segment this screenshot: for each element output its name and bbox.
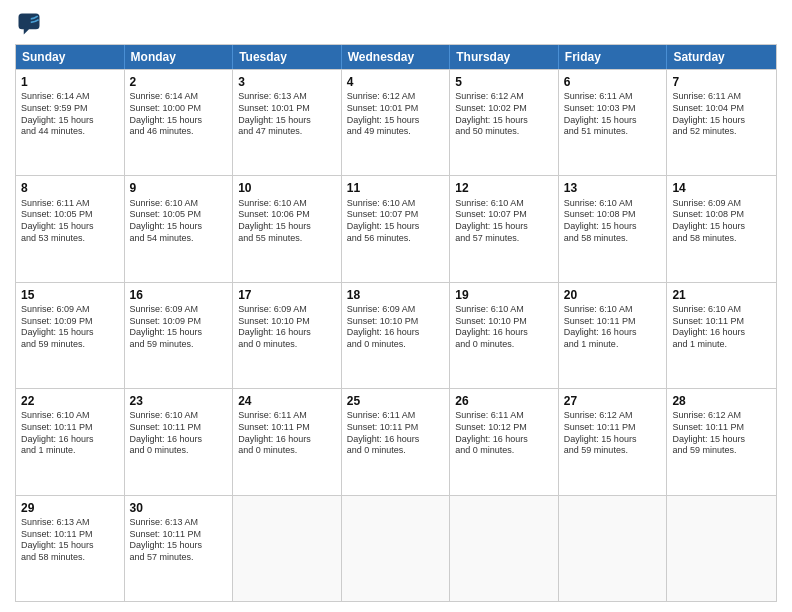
day-number: 17 — [238, 287, 336, 303]
day-number: 25 — [347, 393, 445, 409]
day-info: Sunrise: 6:10 AM Sunset: 10:11 PM Daylig… — [564, 304, 662, 351]
day-number: 18 — [347, 287, 445, 303]
day-number: 23 — [130, 393, 228, 409]
calendar-cell: 1Sunrise: 6:14 AM Sunset: 9:59 PM Daylig… — [16, 70, 125, 175]
calendar-cell: 3Sunrise: 6:13 AM Sunset: 10:01 PM Dayli… — [233, 70, 342, 175]
calendar-cell: 14Sunrise: 6:09 AM Sunset: 10:08 PM Dayl… — [667, 176, 776, 281]
day-info: Sunrise: 6:12 AM Sunset: 10:11 PM Daylig… — [672, 410, 771, 457]
calendar-cell: 30Sunrise: 6:13 AM Sunset: 10:11 PM Dayl… — [125, 496, 234, 601]
calendar-header: SundayMondayTuesdayWednesdayThursdayFrid… — [16, 45, 776, 69]
day-number: 19 — [455, 287, 553, 303]
calendar-cell: 5Sunrise: 6:12 AM Sunset: 10:02 PM Dayli… — [450, 70, 559, 175]
day-number: 28 — [672, 393, 771, 409]
day-number: 13 — [564, 180, 662, 196]
day-number: 16 — [130, 287, 228, 303]
calendar-body: 1Sunrise: 6:14 AM Sunset: 9:59 PM Daylig… — [16, 69, 776, 601]
day-number: 11 — [347, 180, 445, 196]
day-info: Sunrise: 6:09 AM Sunset: 10:09 PM Daylig… — [130, 304, 228, 351]
logo-icon — [15, 10, 43, 38]
day-info: Sunrise: 6:10 AM Sunset: 10:05 PM Daylig… — [130, 198, 228, 245]
calendar-cell: 7Sunrise: 6:11 AM Sunset: 10:04 PM Dayli… — [667, 70, 776, 175]
page: SundayMondayTuesdayWednesdayThursdayFrid… — [0, 0, 792, 612]
day-info: Sunrise: 6:10 AM Sunset: 10:07 PM Daylig… — [455, 198, 553, 245]
header-cell-tuesday: Tuesday — [233, 45, 342, 69]
day-info: Sunrise: 6:10 AM Sunset: 10:10 PM Daylig… — [455, 304, 553, 351]
header-cell-thursday: Thursday — [450, 45, 559, 69]
calendar-cell: 10Sunrise: 6:10 AM Sunset: 10:06 PM Dayl… — [233, 176, 342, 281]
calendar-cell: 24Sunrise: 6:11 AM Sunset: 10:11 PM Dayl… — [233, 389, 342, 494]
day-number: 15 — [21, 287, 119, 303]
day-number: 9 — [130, 180, 228, 196]
day-number: 22 — [21, 393, 119, 409]
day-number: 20 — [564, 287, 662, 303]
day-info: Sunrise: 6:11 AM Sunset: 10:11 PM Daylig… — [238, 410, 336, 457]
day-number: 10 — [238, 180, 336, 196]
calendar-cell: 16Sunrise: 6:09 AM Sunset: 10:09 PM Dayl… — [125, 283, 234, 388]
day-info: Sunrise: 6:10 AM Sunset: 10:11 PM Daylig… — [672, 304, 771, 351]
calendar-cell: 19Sunrise: 6:10 AM Sunset: 10:10 PM Dayl… — [450, 283, 559, 388]
day-number: 1 — [21, 74, 119, 90]
calendar-cell: 12Sunrise: 6:10 AM Sunset: 10:07 PM Dayl… — [450, 176, 559, 281]
day-number: 5 — [455, 74, 553, 90]
day-info: Sunrise: 6:10 AM Sunset: 10:06 PM Daylig… — [238, 198, 336, 245]
calendar-cell: 11Sunrise: 6:10 AM Sunset: 10:07 PM Dayl… — [342, 176, 451, 281]
day-info: Sunrise: 6:11 AM Sunset: 10:03 PM Daylig… — [564, 91, 662, 138]
calendar-cell: 15Sunrise: 6:09 AM Sunset: 10:09 PM Dayl… — [16, 283, 125, 388]
calendar-cell: 22Sunrise: 6:10 AM Sunset: 10:11 PM Dayl… — [16, 389, 125, 494]
logo — [15, 10, 47, 38]
calendar-cell — [667, 496, 776, 601]
header-cell-saturday: Saturday — [667, 45, 776, 69]
day-number: 2 — [130, 74, 228, 90]
calendar-cell — [450, 496, 559, 601]
day-number: 7 — [672, 74, 771, 90]
calendar-row: 8Sunrise: 6:11 AM Sunset: 10:05 PM Dayli… — [16, 175, 776, 281]
calendar-cell: 18Sunrise: 6:09 AM Sunset: 10:10 PM Dayl… — [342, 283, 451, 388]
day-info: Sunrise: 6:13 AM Sunset: 10:01 PM Daylig… — [238, 91, 336, 138]
day-number: 8 — [21, 180, 119, 196]
calendar-row: 1Sunrise: 6:14 AM Sunset: 9:59 PM Daylig… — [16, 69, 776, 175]
calendar-cell: 28Sunrise: 6:12 AM Sunset: 10:11 PM Dayl… — [667, 389, 776, 494]
header-cell-monday: Monday — [125, 45, 234, 69]
day-info: Sunrise: 6:10 AM Sunset: 10:11 PM Daylig… — [21, 410, 119, 457]
calendar-cell: 9Sunrise: 6:10 AM Sunset: 10:05 PM Dayli… — [125, 176, 234, 281]
day-info: Sunrise: 6:11 AM Sunset: 10:11 PM Daylig… — [347, 410, 445, 457]
calendar-cell — [342, 496, 451, 601]
day-info: Sunrise: 6:11 AM Sunset: 10:05 PM Daylig… — [21, 198, 119, 245]
day-info: Sunrise: 6:10 AM Sunset: 10:08 PM Daylig… — [564, 198, 662, 245]
day-number: 29 — [21, 500, 119, 516]
header — [15, 10, 777, 38]
day-info: Sunrise: 6:13 AM Sunset: 10:11 PM Daylig… — [21, 517, 119, 564]
day-info: Sunrise: 6:11 AM Sunset: 10:04 PM Daylig… — [672, 91, 771, 138]
header-cell-friday: Friday — [559, 45, 668, 69]
calendar-row: 22Sunrise: 6:10 AM Sunset: 10:11 PM Dayl… — [16, 388, 776, 494]
calendar-cell: 27Sunrise: 6:12 AM Sunset: 10:11 PM Dayl… — [559, 389, 668, 494]
day-info: Sunrise: 6:09 AM Sunset: 10:08 PM Daylig… — [672, 198, 771, 245]
day-number: 4 — [347, 74, 445, 90]
day-number: 14 — [672, 180, 771, 196]
day-number: 6 — [564, 74, 662, 90]
day-number: 30 — [130, 500, 228, 516]
header-cell-sunday: Sunday — [16, 45, 125, 69]
day-info: Sunrise: 6:10 AM Sunset: 10:07 PM Daylig… — [347, 198, 445, 245]
header-cell-wednesday: Wednesday — [342, 45, 451, 69]
day-number: 3 — [238, 74, 336, 90]
calendar: SundayMondayTuesdayWednesdayThursdayFrid… — [15, 44, 777, 602]
calendar-cell: 17Sunrise: 6:09 AM Sunset: 10:10 PM Dayl… — [233, 283, 342, 388]
day-number: 24 — [238, 393, 336, 409]
day-info: Sunrise: 6:09 AM Sunset: 10:10 PM Daylig… — [347, 304, 445, 351]
day-info: Sunrise: 6:13 AM Sunset: 10:11 PM Daylig… — [130, 517, 228, 564]
calendar-cell: 25Sunrise: 6:11 AM Sunset: 10:11 PM Dayl… — [342, 389, 451, 494]
day-number: 26 — [455, 393, 553, 409]
day-info: Sunrise: 6:11 AM Sunset: 10:12 PM Daylig… — [455, 410, 553, 457]
day-number: 27 — [564, 393, 662, 409]
day-info: Sunrise: 6:09 AM Sunset: 10:09 PM Daylig… — [21, 304, 119, 351]
day-info: Sunrise: 6:09 AM Sunset: 10:10 PM Daylig… — [238, 304, 336, 351]
day-info: Sunrise: 6:10 AM Sunset: 10:11 PM Daylig… — [130, 410, 228, 457]
calendar-cell: 2Sunrise: 6:14 AM Sunset: 10:00 PM Dayli… — [125, 70, 234, 175]
calendar-cell: 20Sunrise: 6:10 AM Sunset: 10:11 PM Dayl… — [559, 283, 668, 388]
day-info: Sunrise: 6:14 AM Sunset: 9:59 PM Dayligh… — [21, 91, 119, 138]
calendar-cell: 13Sunrise: 6:10 AM Sunset: 10:08 PM Dayl… — [559, 176, 668, 281]
calendar-cell: 21Sunrise: 6:10 AM Sunset: 10:11 PM Dayl… — [667, 283, 776, 388]
day-number: 21 — [672, 287, 771, 303]
calendar-cell: 26Sunrise: 6:11 AM Sunset: 10:12 PM Dayl… — [450, 389, 559, 494]
